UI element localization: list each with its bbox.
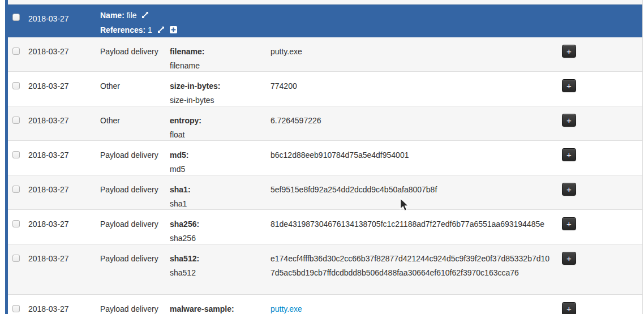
row-value: e174ecf4fffb36d30c2cc66b37f82877d421244c… <box>266 244 557 294</box>
add-tag-button[interactable]: + <box>562 252 576 265</box>
row-actions: + <box>557 72 642 106</box>
row-actions: + <box>557 210 642 244</box>
row-value: b6c12d88eeb910784d75a5e4df954001 <box>266 141 557 175</box>
row-date: 2018-03-27 <box>25 106 97 140</box>
table-row: 2018-03-27 Payload delivery sha512: sha5… <box>8 244 642 295</box>
row-type-label: entropy: <box>170 114 266 128</box>
row-category: Payload delivery <box>97 210 167 244</box>
row-value: 774200 <box>266 72 557 106</box>
row-category: Payload delivery <box>97 37 167 71</box>
row-value-cell: putty.exe <box>266 295 557 314</box>
row-checkbox[interactable] <box>12 48 20 55</box>
table-row: 2018-03-27 Payload delivery filename: fi… <box>8 37 642 72</box>
row-date: 2018-03-27 <box>25 175 97 209</box>
add-tag-button[interactable]: + <box>562 45 576 58</box>
row-type-label: sha1: <box>170 183 266 197</box>
row-type-cell: md5: md5 <box>167 141 266 175</box>
object-info: Name: file References: 1 <box>97 5 177 37</box>
object-name-label: Name: <box>100 11 124 20</box>
row-actions: + <box>557 37 642 71</box>
row-type: sha1 <box>170 197 266 211</box>
row-type-label: size-in-bytes: <box>170 79 266 93</box>
add-tag-button[interactable]: + <box>562 79 576 92</box>
object-checkbox[interactable] <box>12 14 20 21</box>
row-category: Payload delivery <box>97 244 167 294</box>
references-label: References: <box>100 25 145 35</box>
row-type-label: md5: <box>170 148 266 162</box>
table-row: 2018-03-27 Payload delivery md5: md5 b6c… <box>8 141 642 175</box>
row-category: Payload delivery <box>97 295 167 314</box>
row-actions: + <box>557 295 642 314</box>
object-name-value: file <box>127 11 137 20</box>
row-type: sha256 <box>170 231 266 246</box>
add-tag-button[interactable]: + <box>562 302 576 314</box>
row-actions: + <box>557 175 642 209</box>
table-top-strip <box>8 0 642 5</box>
object-references-line: References: 1 <box>100 23 177 38</box>
table-row: 2018-03-27 Payload delivery sha256: sha2… <box>8 210 642 244</box>
object-name-line: Name: file <box>100 8 177 23</box>
table-row: 2018-03-27 Other size-in-bytes: size-in-… <box>8 72 642 106</box>
row-type-cell: filename: filename <box>167 37 266 71</box>
row-type-label: filename: <box>170 45 266 59</box>
row-type-cell: sha256: sha256 <box>167 210 266 244</box>
table-row: 2018-03-27 Payload delivery malware-samp… <box>8 295 642 314</box>
row-type: filename <box>170 59 266 73</box>
row-type-label: sha256: <box>170 217 266 231</box>
table-row: 2018-03-27 Payload delivery sha1: sha1 5… <box>8 175 642 210</box>
row-date: 2018-03-27 <box>25 37 97 71</box>
row-checkbox-cell <box>8 37 25 71</box>
object-checkbox-cell <box>8 5 25 37</box>
row-value: 81de431987304676134138705fc1c21188ad7f27… <box>266 210 557 244</box>
row-checkbox-cell <box>8 244 25 294</box>
row-value: putty.exe <box>266 37 557 71</box>
row-type: size-in-bytes <box>170 93 266 107</box>
row-category: Other <box>97 106 167 140</box>
resize-full-icon[interactable] <box>157 24 165 38</box>
row-type-cell: sha1: sha1 <box>167 175 266 209</box>
row-checkbox-cell <box>8 175 25 209</box>
resize-full-icon[interactable] <box>141 9 149 23</box>
table-row: 2018-03-27 Other entropy: float 6.726459… <box>8 106 642 141</box>
row-type-cell: entropy: float <box>167 106 266 140</box>
row-type-label: malware-sample: <box>170 302 266 314</box>
row-date: 2018-03-27 <box>25 210 97 244</box>
row-checkbox[interactable] <box>12 255 20 262</box>
row-value: 5ef9515e8fd92a254dd2dcdd9c4b50afa8007b8f <box>266 175 557 209</box>
malware-sample-link[interactable]: putty.exe <box>271 304 302 313</box>
add-tag-button[interactable]: + <box>562 183 576 196</box>
add-tag-button[interactable]: + <box>562 217 576 230</box>
row-type: sha512 <box>170 266 266 280</box>
row-type-label: sha512: <box>170 252 266 266</box>
row-checkbox-cell <box>8 210 25 244</box>
row-checkbox[interactable] <box>12 220 20 227</box>
row-checkbox[interactable] <box>12 151 20 158</box>
row-type: md5 <box>170 162 266 177</box>
row-type-cell: size-in-bytes: size-in-bytes <box>167 72 266 106</box>
row-type-cell: malware-sample: <box>167 295 266 314</box>
row-category: Other <box>97 72 167 106</box>
object-date: 2018-03-27 <box>25 5 97 37</box>
row-checkbox-cell <box>8 72 25 106</box>
row-value: 6.7264597226 <box>266 106 557 140</box>
object-header-row: 2018-03-27 Name: file References: 1 <box>8 5 642 37</box>
row-checkbox[interactable] <box>12 117 20 124</box>
row-checkbox-cell <box>8 141 25 175</box>
row-category: Payload delivery <box>97 175 167 209</box>
attribute-table: 2018-03-27 Name: file References: 1 <box>5 0 643 314</box>
row-checkbox-cell <box>8 295 25 314</box>
add-tag-button[interactable]: + <box>562 148 576 161</box>
row-date: 2018-03-27 <box>25 295 97 314</box>
row-date: 2018-03-27 <box>25 244 97 294</box>
row-type: float <box>170 128 266 142</box>
row-checkbox-cell <box>8 106 25 140</box>
row-checkbox[interactable] <box>12 305 20 312</box>
row-checkbox[interactable] <box>12 82 20 89</box>
row-category: Payload delivery <box>97 141 167 175</box>
row-actions: + <box>557 141 642 175</box>
add-tag-button[interactable]: + <box>562 114 576 127</box>
row-date: 2018-03-27 <box>25 72 97 106</box>
row-checkbox[interactable] <box>12 186 20 193</box>
row-type-cell: sha512: sha512 <box>167 244 266 294</box>
plus-sign-icon[interactable] <box>170 24 177 38</box>
